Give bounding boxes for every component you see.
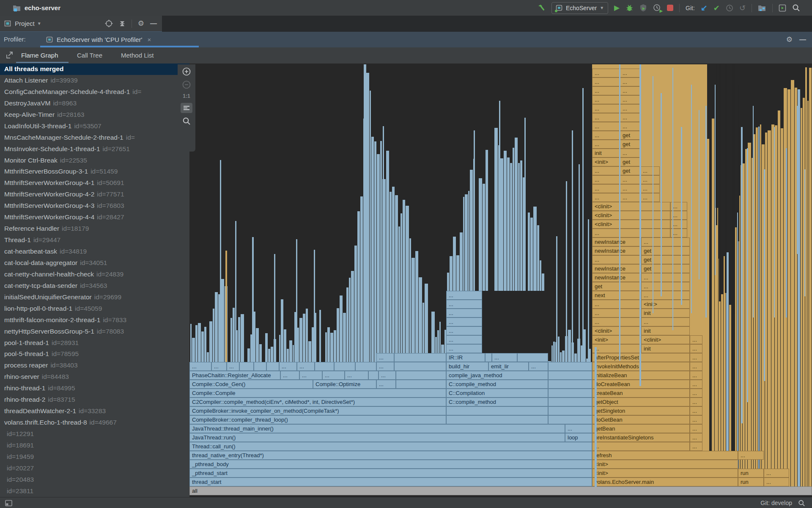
flame-cell[interactable]: ... bbox=[446, 335, 482, 344]
flame-cell[interactable]: ... bbox=[620, 184, 640, 193]
flame-cell[interactable]: createBean bbox=[592, 389, 690, 398]
thread-row[interactable]: cat-netty-channel-health-checkid=24839 bbox=[0, 269, 189, 280]
tab-method-list[interactable]: Method List bbox=[117, 47, 158, 63]
open-in-new-window-icon[interactable] bbox=[5, 51, 14, 59]
tab-call-tree[interactable]: Call Tree bbox=[73, 47, 107, 63]
git-commit-icon[interactable]: ✔ bbox=[713, 4, 720, 12]
flame-cell[interactable] bbox=[254, 362, 266, 371]
flame-cell[interactable]: <init> bbox=[592, 469, 738, 478]
flame-cell[interactable]: ... bbox=[376, 362, 394, 371]
zoom-reset-button[interactable]: 1:1 bbox=[183, 93, 190, 99]
build-hammer-icon[interactable] bbox=[537, 4, 546, 12]
flame-cell[interactable]: get bbox=[641, 255, 690, 264]
thread-row[interactable]: MnsInvoker-Schedule-1-thread-1id=27651 bbox=[0, 144, 189, 155]
project-structure-icon[interactable] bbox=[758, 4, 766, 12]
thread-row[interactable]: MtthriftServerWorkerGroup-4-4id=28427 bbox=[0, 212, 189, 223]
flame-cell[interactable]: ... bbox=[641, 291, 690, 300]
flame-cell[interactable] bbox=[485, 353, 492, 362]
flame-cell[interactable]: ... bbox=[592, 77, 620, 86]
flame-cell[interactable]: ... bbox=[592, 122, 620, 131]
flame-cell[interactable]: ... bbox=[592, 131, 620, 140]
flame-cell[interactable]: ... bbox=[592, 104, 620, 113]
flame-cell[interactable]: ... bbox=[620, 95, 640, 104]
flame-cell[interactable]: run bbox=[738, 469, 764, 478]
flame-cell[interactable]: <init> bbox=[592, 460, 738, 469]
thread-row[interactable]: DestroyJavaVMid=8963 bbox=[0, 98, 189, 109]
flame-cell[interactable]: ... bbox=[592, 318, 641, 326]
flame-cell[interactable]: ... bbox=[620, 122, 640, 131]
thread-row[interactable]: Monitor Ctrl-Breakid=22535 bbox=[0, 155, 189, 166]
coverage-shield-icon[interactable] bbox=[639, 4, 647, 12]
flame-cell[interactable]: ... bbox=[620, 193, 640, 202]
flame-cell[interactable]: get bbox=[620, 140, 640, 149]
flame-cell[interactable]: <clinit> bbox=[592, 211, 670, 220]
thread-row[interactable]: initialSeedUniquifierGeneratorid=29699 bbox=[0, 292, 189, 303]
thread-row[interactable]: All threads merged bbox=[0, 64, 189, 75]
flame-cell[interactable]: ... bbox=[640, 175, 660, 184]
flame-cell[interactable]: ... bbox=[211, 362, 227, 371]
flame-cell[interactable]: ... bbox=[446, 318, 482, 326]
project-toolwindow-header[interactable]: Project ▼ ⚙ — bbox=[0, 16, 162, 32]
flame-cell[interactable] bbox=[394, 362, 446, 371]
thread-row[interactable]: MnsCacheManager-Schedule-2-thread-1id= bbox=[0, 132, 189, 144]
flame-cell[interactable]: build_hir bbox=[446, 362, 488, 371]
thread-row[interactable]: id=20227 bbox=[0, 463, 189, 474]
flame-cell[interactable]: ... bbox=[620, 86, 640, 95]
flame-cell[interactable]: thread_native_entry(Thread*) bbox=[189, 451, 592, 460]
thread-row[interactable]: id=23811 bbox=[0, 486, 189, 497]
flame-cell[interactable]: ... bbox=[690, 433, 702, 442]
flame-cell[interactable]: C2Compiler::compile_method(ciEnv*, ciMet… bbox=[189, 398, 446, 406]
flame-cell[interactable] bbox=[266, 362, 279, 371]
flame-cell[interactable]: ... bbox=[379, 371, 396, 380]
flame-cell[interactable] bbox=[517, 353, 548, 362]
flame-cell[interactable]: ... bbox=[592, 255, 641, 264]
flame-cell[interactable]: get bbox=[592, 282, 641, 291]
flame-cell[interactable]: ... bbox=[640, 193, 660, 202]
flame-cell[interactable]: ... bbox=[620, 77, 640, 86]
flame-cell[interactable]: newInstance bbox=[592, 264, 641, 273]
flame-cell[interactable]: ... bbox=[446, 326, 482, 335]
thread-row[interactable]: pool-5-thread-1id=78595 bbox=[0, 348, 189, 360]
flame-cell[interactable]: ... bbox=[592, 344, 641, 353]
flame-cell[interactable]: <clinit> bbox=[592, 220, 670, 229]
flame-graph[interactable]: allthread_start_pthread_start_pthread_bo… bbox=[189, 64, 812, 497]
flame-cell[interactable]: ... bbox=[690, 380, 702, 389]
flame-cell[interactable]: JavaThread::run() bbox=[189, 433, 565, 442]
flame-cell[interactable]: ... bbox=[620, 69, 640, 77]
flame-cell[interactable]: ... bbox=[690, 335, 702, 344]
flame-cell[interactable]: <clinit> bbox=[641, 335, 690, 344]
flame-cell[interactable]: ... bbox=[592, 193, 620, 202]
flame-cell[interactable]: ... bbox=[227, 362, 239, 371]
flame-cell[interactable]: loop bbox=[565, 433, 592, 442]
flame-cell[interactable]: C::compile_method bbox=[446, 398, 548, 406]
flame-cell[interactable] bbox=[315, 362, 334, 371]
flame-cell[interactable]: ... bbox=[592, 140, 620, 149]
thread-row[interactable]: Thread-1id=29447 bbox=[0, 235, 189, 246]
thread-row[interactable]: id=20483 bbox=[0, 474, 189, 486]
flame-cell[interactable]: init bbox=[641, 309, 690, 318]
flame-cell[interactable]: ... bbox=[529, 362, 548, 371]
locate-target-icon[interactable] bbox=[105, 19, 113, 28]
collapse-all-icon[interactable] bbox=[119, 20, 126, 28]
flame-cell[interactable] bbox=[548, 380, 592, 389]
flame-cell[interactable] bbox=[394, 353, 446, 362]
thread-row[interactable]: rhino-thread-1id=84995 bbox=[0, 383, 189, 394]
flame-cell[interactable]: init bbox=[641, 344, 690, 353]
flame-cell[interactable] bbox=[396, 380, 446, 389]
flame-cell[interactable]: Thread::call_run() bbox=[189, 442, 592, 451]
flame-cell[interactable]: ... bbox=[592, 442, 690, 451]
flame-cell[interactable]: ... bbox=[641, 282, 690, 291]
flame-cell[interactable]: ... bbox=[592, 86, 620, 95]
flame-cell[interactable]: ... bbox=[592, 184, 620, 193]
flame-cell[interactable]: ... bbox=[764, 478, 789, 486]
flame-cell[interactable]: ... bbox=[620, 175, 640, 184]
flame-cell[interactable] bbox=[355, 362, 376, 371]
flame-cell[interactable]: ... bbox=[592, 300, 641, 309]
thread-row[interactable]: nettyHttpServerBossGroup-5-1id=78083 bbox=[0, 326, 189, 337]
flame-cell[interactable]: JavaThread::thread_main_inner() bbox=[189, 424, 565, 433]
flame-cell[interactable]: Compile::Code_Gen() bbox=[189, 380, 313, 389]
flame-cell[interactable]: <clinit> bbox=[592, 326, 641, 335]
flame-cell[interactable]: run bbox=[738, 478, 764, 486]
profiler-session-tab[interactable]: EchoServer with 'CPU Profiler' × bbox=[40, 32, 157, 47]
flame-cell[interactable]: ... bbox=[297, 362, 315, 371]
